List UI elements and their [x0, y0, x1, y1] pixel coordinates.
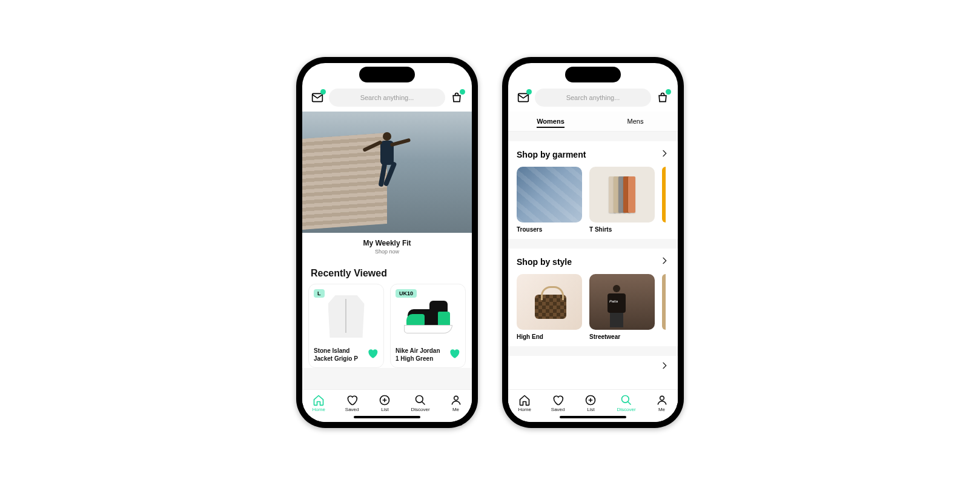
home-indicator[interactable]: [560, 416, 626, 418]
nav-saved[interactable]: Saved: [551, 394, 565, 412]
nav-list[interactable]: List: [379, 394, 391, 412]
nav-label: Discover: [617, 407, 635, 412]
search-icon: [620, 394, 632, 406]
section-title: Shop by garment: [517, 150, 586, 159]
style-tile-streetwear[interactable]: Streetwear: [589, 274, 655, 340]
plus-circle-icon: [584, 394, 597, 406]
home-icon: [313, 394, 325, 406]
hero-caption[interactable]: My Weekly Fit Shop now: [302, 233, 472, 262]
nav-label: Saved: [551, 407, 565, 412]
nav-label: Saved: [345, 407, 359, 412]
plus-circle-icon: [379, 394, 391, 406]
heart-icon: [366, 347, 379, 360]
nav-label: Home: [312, 407, 325, 412]
phone-home: Search anything... My Weekly Fit Shop no…: [296, 57, 478, 428]
section-title: .: [517, 362, 519, 372]
cart-badge: [460, 89, 465, 95]
search-input[interactable]: Search anything...: [329, 89, 445, 107]
notch: [565, 67, 621, 82]
tile-peek[interactable]: [662, 274, 666, 330]
hero-banner[interactable]: [302, 112, 472, 233]
nav-me[interactable]: Me: [656, 394, 668, 412]
product-image: [314, 289, 379, 344]
nav-label: List: [381, 407, 388, 412]
nav-label: Me: [452, 407, 459, 412]
heart-icon: [346, 394, 358, 406]
section-more-button[interactable]: [660, 361, 669, 373]
hero-subtitle: Shop now: [302, 249, 472, 255]
nav-label: Home: [518, 407, 531, 412]
cart-badge: [666, 89, 671, 95]
home-indicator[interactable]: [354, 416, 420, 418]
nav-list[interactable]: List: [584, 394, 597, 412]
section-more-button[interactable]: [660, 256, 669, 268]
notch: [359, 67, 415, 82]
search-icon: [414, 394, 426, 406]
chevron-right-icon: [660, 149, 669, 158]
user-icon: [656, 394, 668, 406]
favorite-button[interactable]: [366, 347, 379, 360]
nav-label: List: [587, 407, 594, 412]
size-badge: UK10: [396, 289, 417, 298]
shop-by-style-section: Shop by style High End Streetwear: [508, 249, 678, 346]
tile-image: [589, 274, 655, 330]
recently-viewed-row: L Stone Island Jacket Grigio P UK10 Nike…: [302, 284, 472, 368]
product-card[interactable]: L Stone Island Jacket Grigio P: [308, 284, 384, 368]
section-title: Shop by style: [517, 257, 572, 267]
nav-label: Discover: [411, 407, 429, 412]
search-input[interactable]: Search anything...: [535, 89, 651, 107]
phone-discover: Search anything... Womens Mens Shop by g…: [502, 57, 684, 428]
tile-label: Trousers: [517, 226, 582, 233]
gender-tabs: Womens Mens: [508, 112, 678, 132]
tile-label: T Shirts: [589, 226, 655, 233]
nav-discover[interactable]: Discover: [617, 394, 635, 412]
product-name: Nike Air Jordan 1 High Green: [396, 347, 445, 363]
hero-title: My Weekly Fit: [302, 239, 472, 247]
tab-mens[interactable]: Mens: [593, 112, 678, 131]
heart-icon: [448, 347, 460, 360]
home-icon: [518, 394, 531, 406]
product-card[interactable]: UK10 Nike Air Jordan 1 High Green: [390, 284, 466, 368]
messages-badge: [526, 89, 532, 95]
messages-button[interactable]: [311, 91, 324, 104]
nav-me[interactable]: Me: [450, 394, 462, 412]
messages-button[interactable]: [517, 91, 530, 104]
nav-discover[interactable]: Discover: [411, 394, 429, 412]
recently-viewed-title: Recently Viewed: [302, 262, 472, 284]
category-tile-tshirts[interactable]: T Shirts: [589, 167, 655, 233]
section-more-button[interactable]: [660, 149, 669, 161]
nav-home[interactable]: Home: [312, 394, 325, 412]
category-tile-trousers[interactable]: Trousers: [517, 167, 582, 233]
tile-image: [517, 167, 582, 222]
user-icon: [450, 394, 462, 406]
tab-womens[interactable]: Womens: [508, 112, 593, 131]
size-badge: L: [314, 289, 325, 298]
messages-badge: [320, 89, 326, 95]
tile-image: [517, 274, 582, 330]
cart-button[interactable]: [656, 91, 669, 104]
tile-label: Streetwear: [589, 333, 655, 340]
tile-peek[interactable]: [662, 167, 666, 222]
favorite-button[interactable]: [448, 347, 460, 360]
nav-label: Me: [658, 407, 665, 412]
shop-by-garment-section: Shop by garment Trousers: [508, 141, 678, 239]
cart-button[interactable]: [450, 91, 463, 104]
heart-icon: [552, 394, 564, 406]
nav-home[interactable]: Home: [518, 394, 531, 412]
product-name: Stone Island Jacket Grigio P: [314, 347, 363, 363]
chevron-right-icon: [660, 256, 669, 266]
tile-label: High End: [517, 333, 582, 340]
chevron-right-icon: [660, 361, 669, 370]
nav-saved[interactable]: Saved: [345, 394, 359, 412]
tile-image: [589, 167, 655, 222]
style-tile-highend[interactable]: High End: [517, 274, 582, 340]
